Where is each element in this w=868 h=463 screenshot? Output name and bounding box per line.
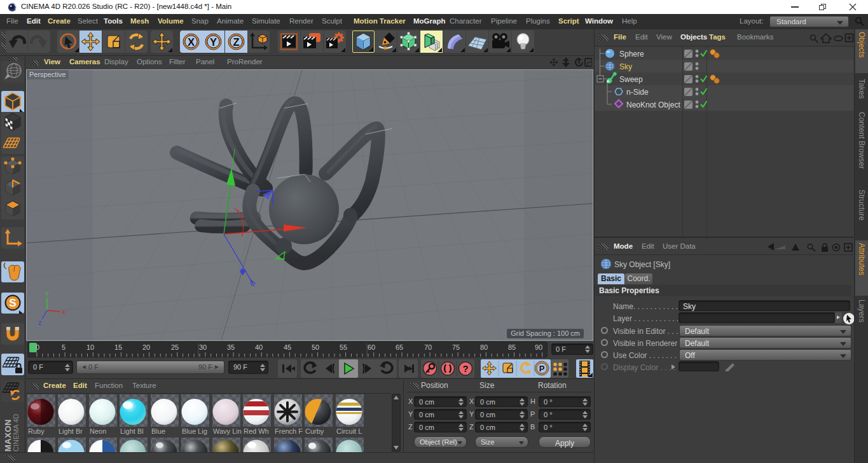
svg-text:20: 20	[142, 343, 150, 351]
svg-text:?: ?	[462, 363, 468, 374]
svg-text:Red Wh: Red Wh	[244, 427, 269, 435]
svg-text:S: S	[9, 297, 16, 309]
svg-text:Y: Y	[45, 291, 49, 297]
svg-text:Wavy Lin: Wavy Lin	[213, 427, 242, 435]
svg-text:35: 35	[227, 343, 235, 351]
svg-text:Z: Z	[38, 320, 42, 326]
svg-text:40: 40	[255, 343, 263, 351]
svg-text:90: 90	[535, 343, 542, 351]
svg-text:Light Br: Light Br	[59, 427, 83, 435]
svg-text:Neon: Neon	[90, 427, 106, 435]
svg-text:Light Bl: Light Bl	[120, 427, 144, 435]
svg-text:Ruby: Ruby	[28, 427, 45, 435]
svg-text:25: 25	[171, 343, 179, 351]
svg-text:55: 55	[340, 343, 347, 351]
svg-text:80: 80	[480, 343, 488, 351]
svg-text:50: 50	[312, 343, 319, 351]
svg-text:French F: French F	[275, 427, 303, 435]
svg-text:Z: Z	[233, 36, 239, 48]
svg-text:Y: Y	[210, 36, 217, 48]
svg-text:85: 85	[508, 343, 516, 351]
svg-text:Sweep: Sweep	[619, 75, 643, 84]
svg-text:70: 70	[424, 343, 432, 351]
svg-text:P: P	[539, 364, 545, 373]
svg-text:X: X	[188, 36, 195, 48]
svg-text:n-Side: n-Side	[626, 88, 649, 97]
svg-text:Blue: Blue	[151, 427, 165, 435]
svg-text:NeoKnot Object: NeoKnot Object	[626, 100, 680, 109]
svg-text:10: 10	[86, 343, 94, 351]
svg-text:Sky: Sky	[619, 62, 632, 71]
svg-text:Curby: Curby	[305, 427, 324, 435]
svg-text:75: 75	[452, 343, 460, 351]
svg-text:45: 45	[284, 343, 291, 351]
svg-text:Sphere: Sphere	[619, 50, 644, 59]
svg-text:Circuit L: Circuit L	[336, 427, 362, 435]
svg-text:0: 0	[36, 343, 39, 351]
svg-text:65: 65	[396, 343, 403, 351]
svg-text:60: 60	[368, 343, 375, 351]
svg-text:30: 30	[199, 343, 207, 351]
svg-text:15: 15	[114, 343, 122, 351]
svg-text:5: 5	[62, 343, 65, 351]
svg-text:X: X	[62, 309, 65, 315]
svg-text:Blue Lig: Blue Lig	[182, 427, 207, 435]
